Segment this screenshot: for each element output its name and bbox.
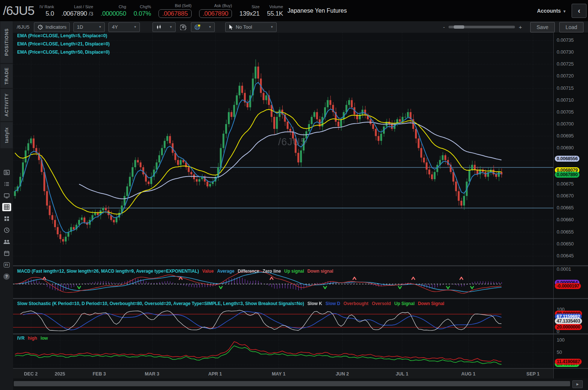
last-price: .0067890 — [62, 10, 87, 17]
range-dropdown[interactable]: 4Y▼ — [109, 22, 140, 32]
chart-watermark: /6JU5 — [278, 136, 306, 148]
price-axis-tick: 0.00645 — [557, 253, 574, 259]
price-axis-tick: 0.00650 — [557, 241, 574, 247]
news-icon[interactable] — [2, 168, 11, 177]
tool-dropdown[interactable]: No Tool▼ — [225, 22, 277, 32]
watchlist-icon[interactable] — [2, 180, 11, 188]
zoom-slider-thumb[interactable] — [454, 25, 464, 29]
scrollbar-row: ▶ — [13, 378, 588, 390]
price-axis-tick: 0.00675 — [557, 181, 574, 187]
chevron-down-icon: ▼ — [169, 25, 172, 29]
sidebar-tab-positions[interactable]: POSITIONS — [0, 21, 13, 63]
quote-header: /6JU5 IV Rank 5.0 Last / Size .0067890 /… — [0, 0, 588, 21]
price-axis-column: 0.007350.007300.007250.007200.007150.007… — [553, 33, 588, 378]
price-axis-tick: 0.00710 — [557, 97, 574, 103]
chart-style-dropdown[interactable]: ▼ — [152, 22, 176, 32]
screener-icon[interactable] — [2, 191, 11, 200]
date-axis: DEC 22025FEB 3MAR 3APR 1MAY 1JUN 2JUL 1A… — [13, 369, 553, 378]
chart-scrollbar[interactable] — [14, 381, 570, 386]
ivr-legend: IVRhighlow — [17, 336, 51, 341]
legend-item: Slow D — [326, 301, 340, 306]
accounts-dropdown[interactable]: Accounts▼ — [537, 8, 566, 14]
price-chart-canvas[interactable] — [13, 33, 553, 265]
calendar-icon[interactable] — [2, 249, 11, 257]
community-icon[interactable] — [2, 238, 11, 246]
stat-last-size: Last / Size .0067890 /3 — [62, 5, 93, 17]
dashboard-icon[interactable] — [2, 215, 11, 223]
zoom-slider[interactable] — [449, 26, 515, 28]
zoom-in-button[interactable]: + — [515, 24, 526, 30]
legend-item: low — [41, 336, 48, 341]
chevron-down-icon: ▼ — [208, 25, 211, 29]
macd-axis-tick: 0.0001 — [557, 266, 571, 272]
chevron-down-icon: ▼ — [98, 25, 101, 29]
chart-settings-button[interactable] — [179, 23, 187, 32]
sidebar-tab-tastyfx[interactable]: tastyfx — [0, 122, 13, 148]
panel-separator[interactable] — [13, 333, 588, 334]
timeframe-dropdown[interactable]: 1D▼ — [73, 22, 105, 32]
stochastic-legend: Slow Stochastic (K Period=10, D Period=1… — [17, 301, 448, 306]
ema21-legend: EMA (Price=CLOSE, Length=21, Displace=0) — [17, 41, 110, 47]
price-axis-tick: 0.00735 — [557, 37, 574, 43]
price-value-badge: 0.0068556 — [555, 156, 579, 162]
legend-item: Average — [217, 269, 234, 274]
legend-item: Up Signal — [394, 301, 414, 306]
ask-button[interactable]: .0067890 — [199, 9, 232, 18]
chart-grid-icon[interactable] — [2, 203, 11, 211]
bid-button[interactable]: .0067885 — [158, 9, 192, 18]
instrument-name: Japanese Yen Futures — [287, 7, 347, 14]
header-symbol: /6JU5 — [3, 3, 34, 18]
price-axis-tick: 0.00730 — [557, 49, 574, 55]
ivr-value-badge: 11.4190687 — [555, 359, 582, 365]
date-axis-label: APR 1 — [208, 371, 222, 377]
panel-separator[interactable] — [13, 298, 588, 299]
save-button[interactable]: Save — [530, 22, 555, 32]
ivr-panel-canvas[interactable] — [13, 334, 553, 368]
date-axis-label: 2025 — [55, 371, 65, 377]
toolbar-symbol: /6JU5 — [17, 24, 29, 30]
legend-item: Zero line — [262, 269, 281, 274]
legend-item: IVR — [17, 336, 25, 341]
price-value-badge: 0.0067890 — [555, 172, 579, 178]
macd-legend: MACD (Fast length=12, Slow length=26, MA… — [17, 269, 337, 274]
price-axis-tick: 0.00695 — [557, 133, 574, 139]
grid-layout-dropdown[interactable]: ▼ — [191, 22, 215, 32]
cursor-icon — [229, 24, 233, 30]
price-axis-tick: 0.00700 — [557, 121, 574, 127]
legend-item: Down signal — [307, 269, 333, 274]
legend-item: Value — [202, 269, 214, 274]
legend-item: Difference — [238, 269, 259, 274]
legend-item: high — [28, 336, 37, 341]
legend-item: Slow K — [307, 301, 322, 306]
sidebar-tab-trade[interactable]: TRADE — [0, 64, 13, 88]
price-axis-tick: 0.00705 — [557, 109, 574, 115]
history-icon[interactable] — [2, 226, 11, 234]
price-axis-tick: 0.00690 — [557, 145, 574, 150]
price-axis-tick: 0.00670 — [557, 193, 574, 199]
price-axis-tick: 0.00660 — [557, 217, 574, 222]
ivr-axis-tick: 100 — [557, 337, 565, 343]
load-button[interactable]: Load — [559, 22, 584, 32]
chevron-down-icon: ▼ — [270, 25, 273, 29]
panel-separator[interactable] — [13, 265, 588, 266]
date-axis-label: JUN 2 — [336, 371, 349, 377]
zoom-out-button[interactable]: - — [439, 24, 449, 30]
sidebar-tab-activity[interactable]: ACTIVITY — [0, 89, 13, 121]
collapse-panel-button[interactable]: ‹ — [572, 4, 587, 18]
scroll-right-button[interactable]: ▶ — [572, 380, 583, 388]
fi-icon[interactable]: FI — [2, 261, 11, 269]
gauge-icon — [37, 24, 43, 30]
date-axis-label: JUL 1 — [396, 371, 408, 377]
chevron-down-icon: ▼ — [563, 9, 566, 13]
candlestick-icon — [156, 25, 162, 30]
stoch-value-badge: 47.1335403 — [555, 318, 582, 324]
help-icon[interactable]: ? — [2, 272, 11, 280]
date-axis-label: SEP 1 — [526, 371, 540, 377]
stat-chg: Chg .0000050 — [101, 5, 126, 17]
legend-item: Slow Stochastic (K Period=10, D Period=1… — [17, 301, 304, 306]
stat-chg-pct: Chg% 0.07% — [133, 5, 151, 17]
stat-iv-rank: IV Rank 5.0 — [40, 5, 54, 17]
indicators-button[interactable]: Indicators — [34, 22, 70, 32]
macd-value-badge: -0.0000197 — [555, 283, 581, 289]
ema50-legend: EMA (Price=CLOSE, Length=50, Displace=0) — [17, 50, 110, 55]
